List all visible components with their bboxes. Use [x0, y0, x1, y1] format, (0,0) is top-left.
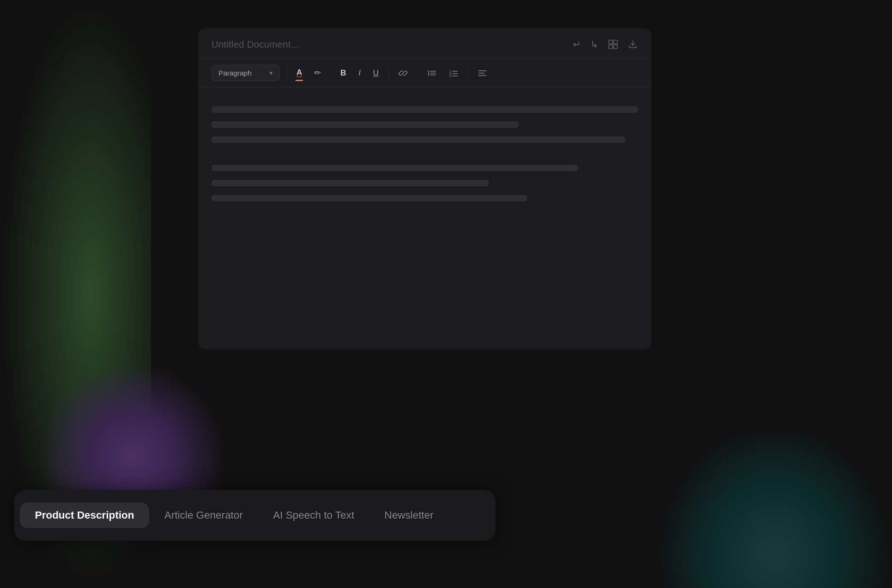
redo-icon[interactable]: ↳ — [590, 39, 598, 50]
document-container: Untitled Document... ↵ ↳ Pa — [198, 28, 651, 349]
paragraph-label: Paragraph — [219, 69, 252, 77]
svg-rect-2 — [609, 45, 613, 49]
align-button[interactable] — [475, 67, 490, 80]
bold-icon: B — [340, 68, 346, 78]
skeleton-line-3 — [211, 136, 625, 143]
format-divider-5 — [468, 67, 468, 79]
tab-ai-speech-to-text-label: AI Speech to Text — [273, 509, 354, 521]
highlight-button[interactable]: ✏ — [311, 66, 324, 80]
skeleton-line-5 — [211, 180, 489, 186]
skeleton-line-4 — [211, 165, 578, 171]
content-gap-1 — [211, 151, 638, 165]
doc-content — [198, 87, 651, 223]
italic-button[interactable]: I — [356, 67, 364, 80]
skeleton-line-6 — [211, 195, 527, 202]
undo-icon[interactable]: ↵ — [573, 39, 581, 50]
export-icon[interactable] — [628, 39, 638, 50]
tab-newsletter[interactable]: Newsletter — [370, 503, 449, 528]
doc-title[interactable]: Untitled Document... — [211, 39, 299, 50]
format-divider-2 — [330, 67, 331, 79]
skeleton-line-1 — [211, 106, 638, 113]
highlight-icon: ✏ — [314, 68, 321, 78]
svg-point-6 — [428, 72, 429, 74]
svg-rect-3 — [614, 45, 617, 49]
svg-rect-0 — [609, 40, 613, 44]
skeleton-line-2 — [211, 121, 519, 128]
align-icon — [478, 68, 487, 78]
tabs-bar: Product Description Article Generator AI… — [14, 490, 496, 541]
doc-toolbar-icons: ↵ ↳ — [573, 39, 638, 50]
format-bar: Paragraph ▾ A ✏ B I U — [198, 59, 651, 87]
text-color-button[interactable]: A — [294, 66, 305, 80]
underline-button[interactable]: U — [370, 67, 381, 80]
italic-icon: I — [359, 68, 361, 78]
ambient-teal — [656, 423, 892, 588]
ordered-list-button[interactable]: 1. 2. 3. — [446, 67, 461, 80]
underline-icon: U — [373, 68, 379, 78]
tab-newsletter-label: Newsletter — [385, 509, 434, 521]
unordered-list-icon — [427, 68, 437, 78]
ordered-list-icon: 1. 2. 3. — [449, 68, 458, 78]
text-color-icon: A — [296, 68, 302, 77]
svg-text:3.: 3. — [449, 74, 452, 77]
svg-point-8 — [428, 74, 429, 76]
tab-article-generator[interactable]: Article Generator — [149, 503, 258, 528]
tab-ai-speech-to-text[interactable]: AI Speech to Text — [258, 503, 370, 528]
link-icon — [398, 68, 408, 78]
tab-article-generator-label: Article Generator — [164, 509, 243, 521]
chevron-down-icon: ▾ — [269, 69, 273, 76]
tab-product-description[interactable]: Product Description — [20, 503, 149, 528]
doc-title-bar: Untitled Document... ↵ ↳ — [198, 28, 651, 59]
svg-rect-1 — [614, 40, 617, 44]
paragraph-select[interactable]: Paragraph ▾ — [211, 65, 280, 81]
layout-icon[interactable] — [608, 39, 618, 50]
format-divider-3 — [388, 67, 389, 79]
bold-button[interactable]: B — [337, 67, 349, 80]
unordered-list-button[interactable] — [424, 67, 439, 80]
format-divider-1 — [286, 67, 287, 79]
tab-product-description-label: Product Description — [35, 509, 134, 521]
format-divider-4 — [417, 67, 418, 79]
svg-point-4 — [428, 70, 429, 72]
link-button[interactable] — [396, 67, 411, 80]
